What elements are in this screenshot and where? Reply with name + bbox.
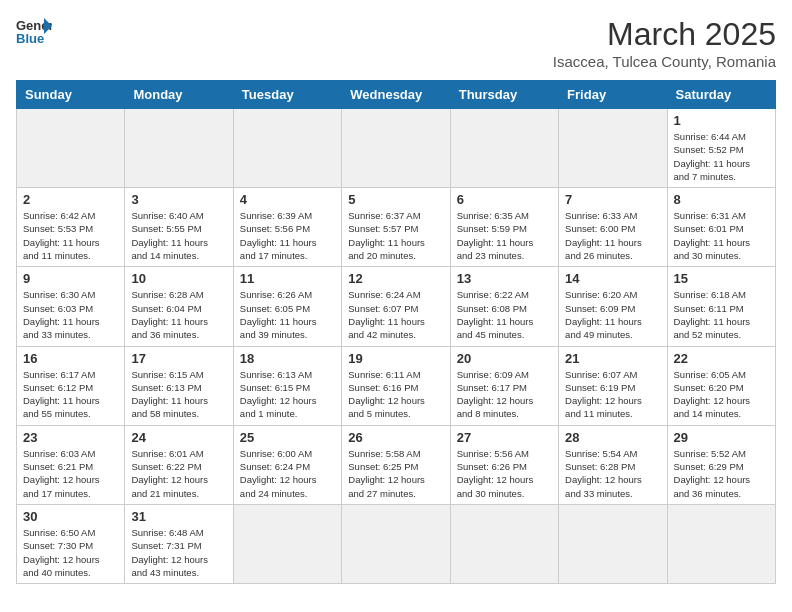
day-info: Sunrise: 5:58 AM Sunset: 6:25 PM Dayligh… <box>348 447 443 500</box>
calendar-cell: 7Sunrise: 6:33 AM Sunset: 6:00 PM Daylig… <box>559 188 667 267</box>
weekday-header-friday: Friday <box>559 81 667 109</box>
day-number: 24 <box>131 430 226 445</box>
day-number: 31 <box>131 509 226 524</box>
calendar-cell: 24Sunrise: 6:01 AM Sunset: 6:22 PM Dayli… <box>125 425 233 504</box>
weekday-header-tuesday: Tuesday <box>233 81 341 109</box>
day-info: Sunrise: 6:35 AM Sunset: 5:59 PM Dayligh… <box>457 209 552 262</box>
day-info: Sunrise: 6:30 AM Sunset: 6:03 PM Dayligh… <box>23 288 118 341</box>
day-number: 4 <box>240 192 335 207</box>
weekday-header-saturday: Saturday <box>667 81 775 109</box>
day-info: Sunrise: 6:50 AM Sunset: 7:30 PM Dayligh… <box>23 526 118 579</box>
day-number: 21 <box>565 351 660 366</box>
day-number: 7 <box>565 192 660 207</box>
day-number: 12 <box>348 271 443 286</box>
svg-text:Blue: Blue <box>16 31 44 46</box>
calendar-cell <box>342 504 450 583</box>
calendar-cell: 31Sunrise: 6:48 AM Sunset: 7:31 PM Dayli… <box>125 504 233 583</box>
day-number: 26 <box>348 430 443 445</box>
calendar-cell <box>17 109 125 188</box>
location-subtitle: Isaccea, Tulcea County, Romania <box>553 53 776 70</box>
calendar-cell <box>125 109 233 188</box>
day-number: 10 <box>131 271 226 286</box>
calendar-cell <box>233 109 341 188</box>
weekday-header-monday: Monday <box>125 81 233 109</box>
calendar-cell: 21Sunrise: 6:07 AM Sunset: 6:19 PM Dayli… <box>559 346 667 425</box>
calendar-cell: 29Sunrise: 5:52 AM Sunset: 6:29 PM Dayli… <box>667 425 775 504</box>
calendar-cell: 20Sunrise: 6:09 AM Sunset: 6:17 PM Dayli… <box>450 346 558 425</box>
day-number: 6 <box>457 192 552 207</box>
day-number: 9 <box>23 271 118 286</box>
month-title: March 2025 <box>553 16 776 53</box>
calendar-cell: 6Sunrise: 6:35 AM Sunset: 5:59 PM Daylig… <box>450 188 558 267</box>
week-row-1: 1Sunrise: 6:44 AM Sunset: 5:52 PM Daylig… <box>17 109 776 188</box>
calendar-cell <box>559 109 667 188</box>
calendar-cell: 1Sunrise: 6:44 AM Sunset: 5:52 PM Daylig… <box>667 109 775 188</box>
day-info: Sunrise: 6:05 AM Sunset: 6:20 PM Dayligh… <box>674 368 769 421</box>
day-number: 23 <box>23 430 118 445</box>
calendar-cell: 3Sunrise: 6:40 AM Sunset: 5:55 PM Daylig… <box>125 188 233 267</box>
calendar-cell: 11Sunrise: 6:26 AM Sunset: 6:05 PM Dayli… <box>233 267 341 346</box>
day-info: Sunrise: 6:42 AM Sunset: 5:53 PM Dayligh… <box>23 209 118 262</box>
day-info: Sunrise: 5:54 AM Sunset: 6:28 PM Dayligh… <box>565 447 660 500</box>
calendar-cell: 17Sunrise: 6:15 AM Sunset: 6:13 PM Dayli… <box>125 346 233 425</box>
day-info: Sunrise: 6:03 AM Sunset: 6:21 PM Dayligh… <box>23 447 118 500</box>
day-info: Sunrise: 6:20 AM Sunset: 6:09 PM Dayligh… <box>565 288 660 341</box>
day-number: 11 <box>240 271 335 286</box>
calendar-cell: 14Sunrise: 6:20 AM Sunset: 6:09 PM Dayli… <box>559 267 667 346</box>
day-info: Sunrise: 6:01 AM Sunset: 6:22 PM Dayligh… <box>131 447 226 500</box>
day-info: Sunrise: 6:11 AM Sunset: 6:16 PM Dayligh… <box>348 368 443 421</box>
calendar-cell: 10Sunrise: 6:28 AM Sunset: 6:04 PM Dayli… <box>125 267 233 346</box>
calendar-cell: 4Sunrise: 6:39 AM Sunset: 5:56 PM Daylig… <box>233 188 341 267</box>
day-info: Sunrise: 6:31 AM Sunset: 6:01 PM Dayligh… <box>674 209 769 262</box>
calendar-cell: 30Sunrise: 6:50 AM Sunset: 7:30 PM Dayli… <box>17 504 125 583</box>
calendar-cell <box>450 109 558 188</box>
day-info: Sunrise: 6:07 AM Sunset: 6:19 PM Dayligh… <box>565 368 660 421</box>
week-row-3: 9Sunrise: 6:30 AM Sunset: 6:03 PM Daylig… <box>17 267 776 346</box>
calendar-cell: 25Sunrise: 6:00 AM Sunset: 6:24 PM Dayli… <box>233 425 341 504</box>
calendar-cell: 28Sunrise: 5:54 AM Sunset: 6:28 PM Dayli… <box>559 425 667 504</box>
calendar-cell: 19Sunrise: 6:11 AM Sunset: 6:16 PM Dayli… <box>342 346 450 425</box>
logo-icon: General Blue <box>16 16 52 46</box>
day-info: Sunrise: 6:22 AM Sunset: 6:08 PM Dayligh… <box>457 288 552 341</box>
day-info: Sunrise: 6:37 AM Sunset: 5:57 PM Dayligh… <box>348 209 443 262</box>
day-info: Sunrise: 6:39 AM Sunset: 5:56 PM Dayligh… <box>240 209 335 262</box>
day-number: 2 <box>23 192 118 207</box>
calendar-table: SundayMondayTuesdayWednesdayThursdayFrid… <box>16 80 776 584</box>
day-info: Sunrise: 5:52 AM Sunset: 6:29 PM Dayligh… <box>674 447 769 500</box>
day-info: Sunrise: 6:13 AM Sunset: 6:15 PM Dayligh… <box>240 368 335 421</box>
calendar-cell: 15Sunrise: 6:18 AM Sunset: 6:11 PM Dayli… <box>667 267 775 346</box>
day-info: Sunrise: 6:33 AM Sunset: 6:00 PM Dayligh… <box>565 209 660 262</box>
day-info: Sunrise: 6:18 AM Sunset: 6:11 PM Dayligh… <box>674 288 769 341</box>
day-number: 14 <box>565 271 660 286</box>
day-number: 17 <box>131 351 226 366</box>
day-number: 13 <box>457 271 552 286</box>
week-row-6: 30Sunrise: 6:50 AM Sunset: 7:30 PM Dayli… <box>17 504 776 583</box>
day-info: Sunrise: 6:48 AM Sunset: 7:31 PM Dayligh… <box>131 526 226 579</box>
week-row-2: 2Sunrise: 6:42 AM Sunset: 5:53 PM Daylig… <box>17 188 776 267</box>
calendar-cell: 16Sunrise: 6:17 AM Sunset: 6:12 PM Dayli… <box>17 346 125 425</box>
day-number: 27 <box>457 430 552 445</box>
calendar-cell: 22Sunrise: 6:05 AM Sunset: 6:20 PM Dayli… <box>667 346 775 425</box>
page-header: General Blue March 2025 Isaccea, Tulcea … <box>16 16 776 70</box>
calendar-cell <box>559 504 667 583</box>
day-info: Sunrise: 6:15 AM Sunset: 6:13 PM Dayligh… <box>131 368 226 421</box>
day-info: Sunrise: 6:00 AM Sunset: 6:24 PM Dayligh… <box>240 447 335 500</box>
day-number: 15 <box>674 271 769 286</box>
week-row-5: 23Sunrise: 6:03 AM Sunset: 6:21 PM Dayli… <box>17 425 776 504</box>
weekday-header-thursday: Thursday <box>450 81 558 109</box>
day-info: Sunrise: 6:24 AM Sunset: 6:07 PM Dayligh… <box>348 288 443 341</box>
day-number: 29 <box>674 430 769 445</box>
calendar-cell: 13Sunrise: 6:22 AM Sunset: 6:08 PM Dayli… <box>450 267 558 346</box>
day-number: 3 <box>131 192 226 207</box>
day-number: 5 <box>348 192 443 207</box>
day-info: Sunrise: 6:44 AM Sunset: 5:52 PM Dayligh… <box>674 130 769 183</box>
day-number: 30 <box>23 509 118 524</box>
day-info: Sunrise: 6:17 AM Sunset: 6:12 PM Dayligh… <box>23 368 118 421</box>
calendar-cell <box>667 504 775 583</box>
day-number: 22 <box>674 351 769 366</box>
calendar-cell: 26Sunrise: 5:58 AM Sunset: 6:25 PM Dayli… <box>342 425 450 504</box>
title-area: March 2025 Isaccea, Tulcea County, Roman… <box>553 16 776 70</box>
day-number: 18 <box>240 351 335 366</box>
day-number: 20 <box>457 351 552 366</box>
calendar-cell <box>233 504 341 583</box>
